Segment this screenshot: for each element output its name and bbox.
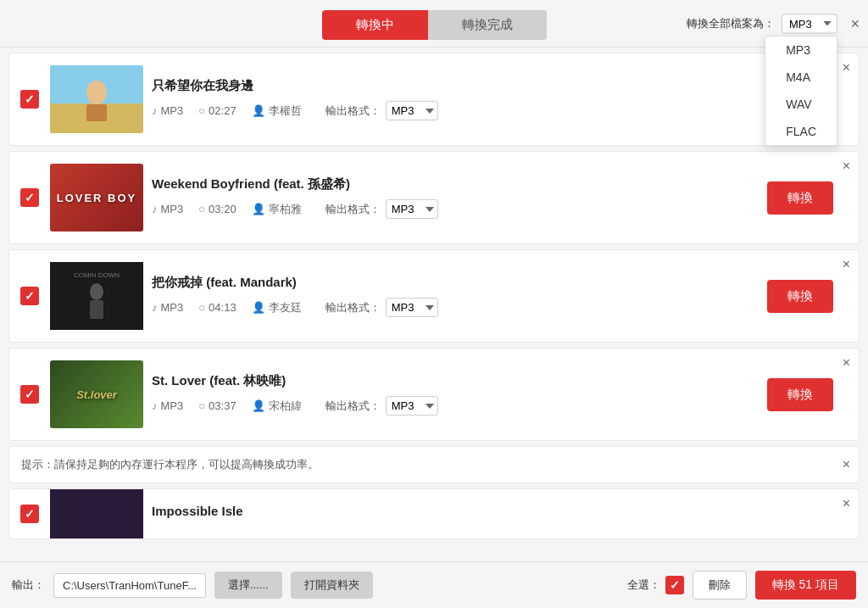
format-select[interactable]: MP3 M4A WAV FLAC xyxy=(782,14,837,33)
song-info-5: Impossible Isle xyxy=(152,504,850,525)
song-title-5: Impossible Isle xyxy=(152,504,850,518)
output-select-3[interactable]: MP3M4AWAVFLAC xyxy=(386,298,438,317)
duration-text-2: 03:20 xyxy=(209,203,236,215)
music-icon-4: ♪ xyxy=(152,399,158,412)
song-thumb-3: COMIN DOWN xyxy=(50,262,143,330)
person-icon-4: 👤 xyxy=(252,399,265,412)
hint-text: 提示：請保持足夠的內存運行本程序，可以提高轉換成功率。 xyxy=(21,458,319,471)
checkbox-1[interactable] xyxy=(20,90,39,109)
output-label-1: 輸出格式： xyxy=(326,103,381,119)
song-title-3: 把你戒掉 (feat. Mandark) xyxy=(152,275,750,291)
song-close-2[interactable]: × xyxy=(843,159,850,174)
song-list: × 只希望你在我身邊 ♪ MP3 xyxy=(0,47,868,561)
dropdown-m4a[interactable]: M4A xyxy=(765,64,837,91)
format-text-3: MP3 xyxy=(161,301,184,314)
song-info-2: Weekend Boyfriend (feat. 孫盛希) ♪ MP3 ○ 03… xyxy=(152,176,750,219)
song-duration-2: ○ 03:20 xyxy=(198,203,236,215)
tab-done[interactable]: 轉換完成 xyxy=(428,10,547,40)
open-folder-button[interactable]: 打開資料夾 xyxy=(291,572,373,599)
tab-group: 轉換中 轉換完成 xyxy=(322,10,547,40)
output-label: 輸出： xyxy=(12,577,45,593)
song-meta-4: ♪ MP3 ○ 03:37 👤 宋柏緯 輸出格式： MP3M4AWA xyxy=(152,396,750,416)
output-label-3: 輸出格式： xyxy=(326,300,381,315)
song-close-4[interactable]: × xyxy=(843,355,850,371)
song-thumb-2: LOVER BOY xyxy=(50,164,143,231)
output-label-2: 輸出格式： xyxy=(326,202,381,217)
song-close-1[interactable]: × xyxy=(843,60,850,75)
dropdown-flac[interactable]: FLAC xyxy=(765,118,837,145)
svg-point-2 xyxy=(86,81,107,104)
thumb-label-2: LOVER BOY xyxy=(57,192,137,204)
svg-text:COMIN DOWN: COMIN DOWN xyxy=(74,271,120,279)
format-text-2: MP3 xyxy=(161,203,184,215)
checkbox-2[interactable] xyxy=(20,188,39,207)
song-close-3[interactable]: × xyxy=(843,257,850,272)
song-artist-3: 👤 李友廷 xyxy=(252,300,302,315)
song-info-1: 只希望你在我身邊 ♪ MP3 ○ 02:27 👤 李權哲 xyxy=(152,78,850,120)
song-duration-3: ○ 04:13 xyxy=(198,301,236,314)
convert-btn-3[interactable]: 轉換 xyxy=(767,280,833,313)
song-format-2: ♪ MP3 xyxy=(152,203,183,215)
checkbox-4[interactable] xyxy=(20,385,39,404)
choose-button[interactable]: 選擇...... xyxy=(214,572,282,599)
song-meta-2: ♪ MP3 ○ 03:20 👤 寧柏雅 輸出格式： MP3M4AWA xyxy=(152,199,750,219)
person-icon-1: 👤 xyxy=(252,104,265,117)
hint-close[interactable]: × xyxy=(843,457,850,472)
song-format-1: ♪ MP3 xyxy=(152,104,183,117)
format-selector: 轉換全部檔案為： MP3 M4A WAV FLAC xyxy=(687,14,837,33)
output-select-4[interactable]: MP3M4AWAVFLAC xyxy=(386,396,438,416)
select-all-area: 全選： xyxy=(627,576,684,594)
song-item-2: × LOVER BOY Weekend Boyfriend (feat. 孫盛希… xyxy=(8,151,860,244)
song-artist-1: 👤 李權哲 xyxy=(252,103,302,119)
output-format-area-1: 輸出格式： MP3M4AWAVFLAC xyxy=(326,101,438,120)
song-title-2: Weekend Boyfriend (feat. 孫盛希) xyxy=(152,176,750,192)
song-close-5[interactable]: × xyxy=(843,496,850,511)
hint-bar: 提示：請保持足夠的內存運行本程序，可以提高轉換成功率。 × xyxy=(8,446,860,483)
output-path: C:\Users\TranHom\TuneF... xyxy=(53,573,206,598)
duration-text-3: 04:13 xyxy=(209,301,236,314)
app-window: 轉換中 轉換完成 轉換全部檔案為： MP3 M4A WAV FLAC × MP3… xyxy=(0,0,868,608)
song-artist-4: 👤 宋柏緯 xyxy=(252,399,302,414)
convert-btn-4[interactable]: 轉換 xyxy=(767,378,833,411)
checkbox-area-1 xyxy=(18,90,42,109)
svg-rect-7 xyxy=(90,300,103,319)
dropdown-mp3[interactable]: MP3 xyxy=(765,36,837,64)
checkbox-5[interactable] xyxy=(20,505,39,523)
song-thumb-4: St.lover xyxy=(50,360,143,428)
music-icon-2: ♪ xyxy=(152,203,158,215)
song-format-3: ♪ MP3 xyxy=(152,301,183,314)
format-label: 轉換全部檔案為： xyxy=(687,16,775,31)
dropdown-wav[interactable]: WAV xyxy=(765,91,837,118)
tab-converting[interactable]: 轉換中 xyxy=(322,10,428,40)
song-meta-1: ♪ MP3 ○ 02:27 👤 李權哲 輸出格式： MP3M4AWA xyxy=(152,101,850,120)
artist-text-4: 宋柏緯 xyxy=(269,399,302,414)
convert-all-button[interactable]: 轉換 51 項目 xyxy=(755,571,856,600)
clock-icon-1: ○ xyxy=(198,104,205,117)
select-all-checkbox[interactable] xyxy=(665,576,684,594)
thumb-label-4: St.lover xyxy=(76,388,117,401)
song-item-1: × 只希望你在我身邊 ♪ MP3 xyxy=(8,53,860,146)
person-icon-2: 👤 xyxy=(252,203,265,215)
close-button[interactable]: × xyxy=(850,16,860,31)
convert-btn-2[interactable]: 轉換 xyxy=(767,181,833,215)
song-item-3: × COMIN DOWN 把你戒掉 (feat. Mandark) ♪ xyxy=(8,249,860,343)
checkbox-3[interactable] xyxy=(20,287,39,305)
svg-point-6 xyxy=(90,283,103,300)
checkbox-area-4 xyxy=(18,385,42,404)
top-bar: 轉換中 轉換完成 轉換全部檔案為： MP3 M4A WAV FLAC × MP3… xyxy=(0,0,868,47)
duration-text-4: 03:37 xyxy=(209,399,236,412)
clock-icon-4: ○ xyxy=(198,399,205,412)
delete-button[interactable]: 刪除 xyxy=(693,571,747,600)
music-icon-1: ♪ xyxy=(152,104,158,117)
checkbox-area-2 xyxy=(18,188,42,207)
output-select-1[interactable]: MP3M4AWAVFLAC xyxy=(386,101,438,120)
artist-text-2: 寧柏雅 xyxy=(269,202,302,217)
output-format-area-4: 輸出格式： MP3M4AWAVFLAC xyxy=(326,396,438,416)
checkbox-area-3 xyxy=(18,287,42,305)
output-select-2[interactable]: MP3M4AWAVFLAC xyxy=(386,199,438,219)
output-label-4: 輸出格式： xyxy=(326,399,381,414)
song-format-4: ♪ MP3 xyxy=(152,399,183,412)
artist-text-3: 李友廷 xyxy=(269,300,302,315)
checkbox-area-5 xyxy=(18,505,42,523)
svg-rect-8 xyxy=(50,488,143,539)
